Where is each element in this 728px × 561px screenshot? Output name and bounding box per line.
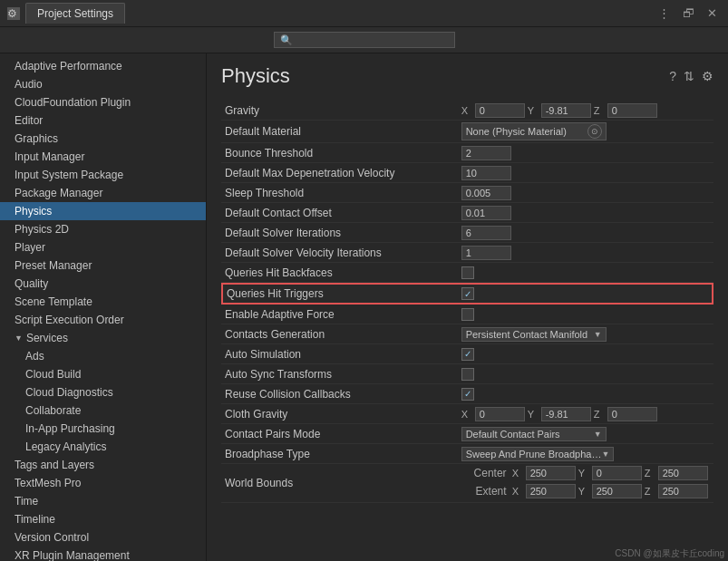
auto-sync-checkbox[interactable]: [461, 368, 474, 381]
menu-btn[interactable]: ⋮: [655, 6, 674, 20]
contact-pairs-value: Default Contact Pairs ▼: [458, 425, 713, 443]
cloth-x-label: X: [461, 409, 472, 420]
sidebar-item-timeline[interactable]: Timeline: [0, 510, 206, 528]
cloth-gravity-row: Cloth Gravity X Y Z: [221, 404, 713, 424]
title-bar: ⚙ Project Settings ⋮ 🗗 ✕: [0, 0, 728, 27]
cloth-z-label: Z: [594, 409, 605, 420]
contacts-generation-dropdown[interactable]: Persistent Contact Manifold ▼: [461, 327, 607, 342]
settings-btn[interactable]: ⚙: [702, 69, 713, 83]
sidebar-item-input-manager[interactable]: Input Manager: [0, 148, 206, 166]
reuse-collision-checkbox[interactable]: ✓: [461, 388, 474, 401]
sleep-threshold-input[interactable]: [461, 186, 511, 200]
cloth-gravity-x-input[interactable]: [475, 407, 525, 421]
sidebar-item-cloud-build[interactable]: Cloud Build: [0, 365, 206, 383]
broadphase-row: Broadphase Type Sweep And Prune Broadpha…: [221, 444, 713, 464]
sidebar-item-physics2d[interactable]: Physics 2D: [0, 220, 206, 238]
sidebar-item-ads[interactable]: Ads: [0, 347, 206, 365]
extent-y-input[interactable]: [592, 484, 642, 498]
queries-triggers-checkbox[interactable]: ✓: [461, 287, 474, 300]
sidebar-item-time[interactable]: Time: [0, 492, 206, 510]
auto-sync-label: Auto Sync Transforms: [221, 365, 458, 383]
depenetration-row: Default Max Depenetration Velocity: [221, 163, 713, 183]
gravity-z-input[interactable]: [607, 103, 657, 118]
sort-btn[interactable]: ⇅: [684, 69, 694, 83]
bounce-threshold-input[interactable]: [461, 146, 511, 160]
sidebar-item-audio[interactable]: Audio: [0, 75, 206, 93]
solver-velocity-value: [458, 244, 713, 262]
sidebar-item-input-system[interactable]: Input System Package: [0, 166, 206, 184]
solver-velocity-row: Default Solver Velocity Iterations: [221, 243, 713, 263]
sidebar-group-services[interactable]: ▼ Services: [0, 329, 206, 347]
sidebar-item-textmesh[interactable]: TextMesh Pro: [0, 474, 206, 492]
sidebar-item-cloud-diagnostics[interactable]: Cloud Diagnostics: [0, 383, 206, 401]
solver-iterations-label: Default Solver Iterations: [221, 224, 458, 242]
center-z-input[interactable]: [658, 466, 708, 480]
sidebar-item-xr-plugin[interactable]: XR Plugin Management: [0, 546, 206, 561]
queries-triggers-value: ✓: [458, 285, 712, 302]
close-btn[interactable]: ✕: [704, 6, 721, 20]
sidebar-item-version-control[interactable]: Version Control: [0, 528, 206, 546]
gravity-y-input[interactable]: [541, 103, 591, 118]
cloth-gravity-y-input[interactable]: [541, 407, 591, 421]
center-y-input[interactable]: [592, 466, 642, 480]
window-icon: ⚙: [7, 7, 20, 20]
contact-pairs-row: Contact Pairs Mode Default Contact Pairs…: [221, 424, 713, 444]
sidebar-item-scene-template[interactable]: Scene Template: [0, 293, 206, 311]
extent-x-input[interactable]: [526, 484, 576, 498]
world-bounds-extent-row: Extent X Y Z: [461, 484, 708, 498]
title-tab[interactable]: Project Settings: [25, 3, 125, 24]
sidebar-item-editor[interactable]: Editor: [0, 111, 206, 130]
contacts-generation-row: Contacts Generation Persistent Contact M…: [221, 324, 713, 344]
auto-simulation-row: Auto Simulation ✓: [221, 344, 713, 364]
x-label: X: [461, 105, 472, 116]
queries-triggers-label: Queries Hit Triggers: [223, 285, 458, 303]
help-btn[interactable]: ?: [669, 69, 676, 83]
sidebar-item-preset-manager[interactable]: Preset Manager: [0, 256, 206, 275]
adaptive-force-value: [458, 306, 713, 323]
content-title: Physics ? ⇅ ⚙: [221, 64, 713, 88]
gravity-x-input[interactable]: [475, 103, 525, 118]
extent-z-input[interactable]: [658, 484, 708, 498]
sidebar-item-in-app-purchasing[interactable]: In-App Purchasing: [0, 420, 206, 438]
title-bar-actions: ⋮ 🗗 ✕: [655, 6, 721, 20]
reuse-collision-label: Reuse Collision Callbacks: [221, 385, 458, 403]
solver-iterations-row: Default Solver Iterations: [221, 223, 713, 243]
contact-pairs-dropdown[interactable]: Default Contact Pairs ▼: [461, 427, 607, 441]
sidebar-item-legacy-analytics[interactable]: Legacy Analytics: [0, 438, 206, 456]
sidebar-item-physics[interactable]: Physics: [0, 202, 206, 220]
broadphase-value: Sweep And Prune Broadpha… ▼: [458, 445, 713, 463]
sidebar-item-package-manager[interactable]: Package Manager: [0, 184, 206, 202]
queries-backfaces-row: Queries Hit Backfaces: [221, 263, 713, 283]
search-input[interactable]: [274, 32, 455, 48]
adaptive-force-checkbox[interactable]: [461, 308, 474, 321]
maximize-btn[interactable]: 🗗: [679, 6, 698, 20]
contacts-generation-text: Persistent Contact Manifold: [466, 329, 588, 340]
object-select-btn[interactable]: ⊙: [587, 124, 602, 139]
sidebar-item-graphics[interactable]: Graphics: [0, 130, 206, 148]
sidebar-item-quality[interactable]: Quality: [0, 275, 206, 293]
solver-velocity-input[interactable]: [461, 246, 511, 260]
broadphase-dropdown[interactable]: Sweep And Prune Broadpha… ▼: [461, 447, 615, 461]
default-material-dropdown[interactable]: None (Physic Material) ⊙: [461, 122, 607, 140]
depenetration-input[interactable]: [461, 166, 511, 180]
contacts-generation-label: Contacts Generation: [221, 325, 458, 343]
broadphase-arrow: ▼: [601, 450, 609, 459]
auto-simulation-label: Auto Simulation: [221, 345, 458, 363]
sidebar-item-collaborate[interactable]: Collaborate: [0, 401, 206, 420]
sidebar-item-adaptive-performance[interactable]: Adaptive Performance: [0, 57, 206, 75]
watermark: CSDN @如果皮卡丘coding: [615, 547, 724, 560]
extent-xyz: X Y Z: [512, 484, 708, 498]
default-material-text: None (Physic Material): [466, 126, 567, 137]
world-bounds-row: World Bounds Center X Y Z: [221, 464, 713, 503]
contact-offset-input[interactable]: [461, 206, 511, 220]
sidebar-item-cloudfoundation[interactable]: CloudFoundation Plugin: [0, 93, 206, 111]
solver-iterations-input[interactable]: [461, 226, 511, 240]
queries-backfaces-checkbox[interactable]: [461, 266, 474, 279]
auto-simulation-checkbox[interactable]: ✓: [461, 348, 474, 361]
sidebar-item-player[interactable]: Player: [0, 238, 206, 256]
cloth-gravity-z-input[interactable]: [607, 407, 657, 421]
center-x-input[interactable]: [526, 466, 576, 480]
auto-sync-value: [458, 366, 713, 382]
sidebar-item-script-execution[interactable]: Script Execution Order: [0, 311, 206, 329]
sidebar-item-tags-layers[interactable]: Tags and Layers: [0, 456, 206, 474]
